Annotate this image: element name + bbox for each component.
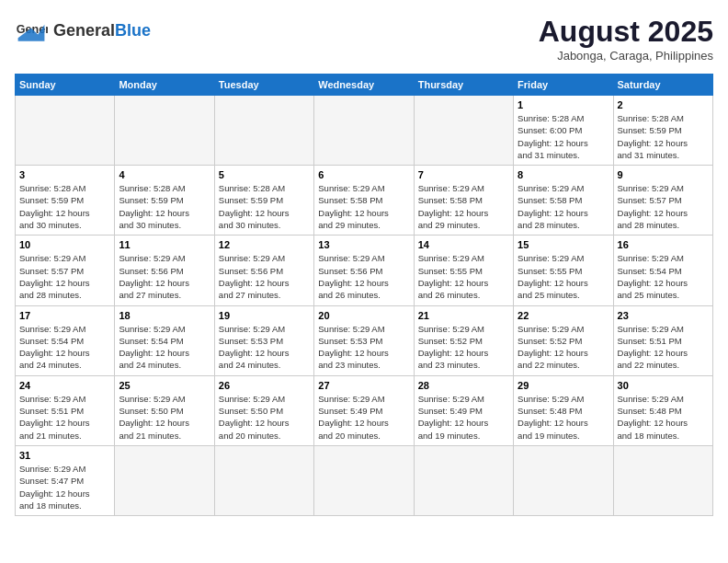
page-header: General GeneralBlue August 2025 Jabonga,… [15,15,713,63]
calendar-cell [16,96,115,166]
calendar-cell: 22Sunrise: 5:29 AM Sunset: 5:52 PM Dayli… [514,305,613,375]
calendar-cell: 1Sunrise: 5:28 AM Sunset: 6:00 PM Daylig… [514,96,613,166]
calendar-cell: 18Sunrise: 5:29 AM Sunset: 5:54 PM Dayli… [115,305,214,375]
day-number: 26 [219,380,310,391]
day-number: 5 [219,169,310,180]
day-number: 4 [119,169,210,180]
calendar-cell [314,96,414,166]
calendar-cell [115,96,214,166]
day-number: 21 [418,310,509,321]
calendar-cell: 29Sunrise: 5:29 AM Sunset: 5:48 PM Dayli… [514,375,613,445]
day-number: 23 [618,310,709,321]
day-info: Sunrise: 5:29 AM Sunset: 5:50 PM Dayligh… [219,393,310,442]
day-info: Sunrise: 5:29 AM Sunset: 5:56 PM Dayligh… [219,252,310,301]
calendar-cell: 3Sunrise: 5:28 AM Sunset: 5:59 PM Daylig… [16,166,115,236]
day-number: 28 [418,380,509,391]
calendar-cell: 2Sunrise: 5:28 AM Sunset: 5:59 PM Daylig… [613,96,712,166]
day-info: Sunrise: 5:29 AM Sunset: 5:56 PM Dayligh… [318,252,409,301]
day-info: Sunrise: 5:29 AM Sunset: 5:58 PM Dayligh… [418,182,509,231]
calendar-cell: 6Sunrise: 5:29 AM Sunset: 5:58 PM Daylig… [314,166,414,236]
day-number: 20 [318,310,409,321]
calendar-day-header: Tuesday [214,75,313,96]
day-number: 10 [19,239,110,250]
day-info: Sunrise: 5:29 AM Sunset: 5:49 PM Dayligh… [318,393,409,442]
calendar-cell: 5Sunrise: 5:28 AM Sunset: 5:59 PM Daylig… [214,166,313,236]
day-info: Sunrise: 5:29 AM Sunset: 5:54 PM Dayligh… [618,252,709,301]
day-info: Sunrise: 5:29 AM Sunset: 5:51 PM Dayligh… [618,323,709,372]
day-number: 15 [518,239,609,250]
calendar-cell: 15Sunrise: 5:29 AM Sunset: 5:55 PM Dayli… [514,236,613,305]
day-info: Sunrise: 5:29 AM Sunset: 5:58 PM Dayligh… [518,182,609,231]
day-number: 3 [19,169,110,180]
day-info: Sunrise: 5:28 AM Sunset: 5:59 PM Dayligh… [219,182,310,231]
title-block: August 2025 Jabonga, Caraga, Philippines [539,15,713,63]
day-info: Sunrise: 5:29 AM Sunset: 5:56 PM Dayligh… [119,252,210,301]
day-number: 9 [618,169,709,180]
day-number: 31 [19,450,110,461]
day-number: 22 [518,310,609,321]
calendar-cell: 14Sunrise: 5:29 AM Sunset: 5:55 PM Dayli… [414,236,513,305]
calendar-cell: 16Sunrise: 5:29 AM Sunset: 5:54 PM Dayli… [613,236,712,305]
day-info: Sunrise: 5:29 AM Sunset: 5:58 PM Dayligh… [318,182,409,231]
day-number: 14 [418,239,509,250]
calendar-day-header: Friday [514,75,613,96]
day-number: 1 [518,99,609,110]
day-number: 13 [318,239,409,250]
day-number: 29 [518,380,609,391]
day-info: Sunrise: 5:29 AM Sunset: 5:49 PM Dayligh… [418,393,509,442]
logo-icon: General [15,15,48,48]
day-info: Sunrise: 5:29 AM Sunset: 5:54 PM Dayligh… [19,323,110,372]
day-number: 19 [219,310,310,321]
day-info: Sunrise: 5:29 AM Sunset: 5:52 PM Dayligh… [418,323,509,372]
day-number: 27 [318,380,409,391]
day-number: 2 [618,99,709,110]
day-info: Sunrise: 5:29 AM Sunset: 5:57 PM Dayligh… [618,182,709,231]
day-info: Sunrise: 5:29 AM Sunset: 5:55 PM Dayligh… [518,252,609,301]
day-info: Sunrise: 5:29 AM Sunset: 5:50 PM Dayligh… [119,393,210,442]
day-number: 8 [518,169,609,180]
calendar-day-header: Thursday [414,75,513,96]
calendar-cell: 9Sunrise: 5:29 AM Sunset: 5:57 PM Daylig… [613,166,712,236]
day-number: 17 [19,310,110,321]
calendar-cell [115,445,214,515]
calendar-cell: 24Sunrise: 5:29 AM Sunset: 5:51 PM Dayli… [16,375,115,445]
day-info: Sunrise: 5:29 AM Sunset: 5:54 PM Dayligh… [119,323,210,372]
day-info: Sunrise: 5:29 AM Sunset: 5:53 PM Dayligh… [219,323,310,372]
day-info: Sunrise: 5:29 AM Sunset: 5:53 PM Dayligh… [318,323,409,372]
calendar-cell: 10Sunrise: 5:29 AM Sunset: 5:57 PM Dayli… [16,236,115,305]
calendar-cell: 7Sunrise: 5:29 AM Sunset: 5:58 PM Daylig… [414,166,513,236]
day-number: 30 [618,380,709,391]
calendar-cell: 19Sunrise: 5:29 AM Sunset: 5:53 PM Dayli… [214,305,313,375]
calendar-day-header: Saturday [613,75,712,96]
calendar-cell: 31Sunrise: 5:29 AM Sunset: 5:47 PM Dayli… [16,445,115,515]
calendar-cell: 17Sunrise: 5:29 AM Sunset: 5:54 PM Dayli… [16,305,115,375]
calendar-cell: 4Sunrise: 5:28 AM Sunset: 5:59 PM Daylig… [115,166,214,236]
calendar-header: SundayMondayTuesdayWednesdayThursdayFrid… [16,75,713,96]
day-number: 25 [119,380,210,391]
logo-text: GeneralBlue [53,22,151,40]
calendar-cell [314,445,414,515]
calendar-table: SundayMondayTuesdayWednesdayThursdayFrid… [15,74,713,516]
calendar-cell: 27Sunrise: 5:29 AM Sunset: 5:49 PM Dayli… [314,375,414,445]
day-info: Sunrise: 5:28 AM Sunset: 6:00 PM Dayligh… [518,112,609,161]
day-info: Sunrise: 5:29 AM Sunset: 5:57 PM Dayligh… [19,252,110,301]
location-subtitle: Jabonga, Caraga, Philippines [539,49,713,63]
day-number: 24 [19,380,110,391]
day-info: Sunrise: 5:28 AM Sunset: 5:59 PM Dayligh… [618,112,709,161]
day-number: 7 [418,169,509,180]
logo: General GeneralBlue [15,15,151,48]
day-number: 12 [219,239,310,250]
calendar-day-header: Monday [115,75,214,96]
day-info: Sunrise: 5:29 AM Sunset: 5:48 PM Dayligh… [618,393,709,442]
calendar-cell [214,96,313,166]
month-title: August 2025 [539,15,713,49]
calendar-cell [214,445,313,515]
calendar-cell [414,96,513,166]
day-info: Sunrise: 5:29 AM Sunset: 5:52 PM Dayligh… [518,323,609,372]
calendar-cell: 23Sunrise: 5:29 AM Sunset: 5:51 PM Dayli… [613,305,712,375]
calendar-cell [414,445,513,515]
day-number: 11 [119,239,210,250]
calendar-cell: 26Sunrise: 5:29 AM Sunset: 5:50 PM Dayli… [214,375,313,445]
calendar-cell [514,445,613,515]
day-number: 16 [618,239,709,250]
